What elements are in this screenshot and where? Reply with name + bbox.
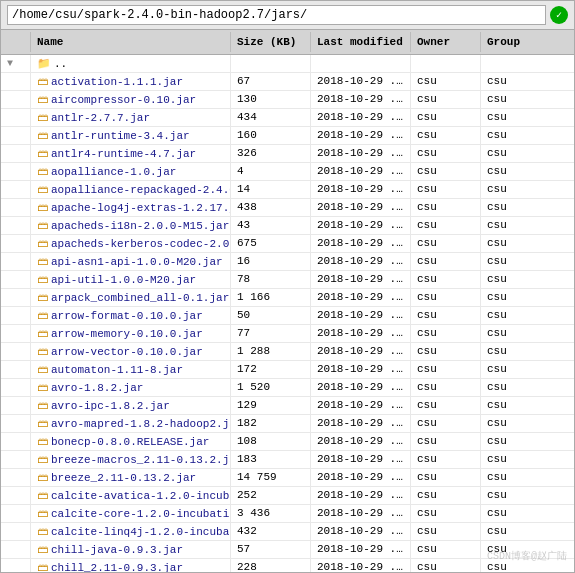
file-size: 14 759 <box>231 469 311 486</box>
table-header: Name Size (KB) Last modified Owner Group <box>1 30 574 55</box>
list-item[interactable]: 🗃breeze_2.11-0.13.2.jar14 7592018-10-29 … <box>1 469 574 487</box>
row-expand <box>1 235 31 252</box>
file-name[interactable]: 🗃calcite-linq4j-1.2.0-incubating... <box>31 523 231 540</box>
list-item[interactable]: 🗃bonecp-0.8.0.RELEASE.jar1082018-10-29 .… <box>1 433 574 451</box>
list-item[interactable]: 🗃api-util-1.0.0-M20.jar782018-10-29 ...c… <box>1 271 574 289</box>
list-item[interactable]: 🗃avro-mapred-1.8.2-hadoop2.jar1822018-10… <box>1 415 574 433</box>
file-size: 432 <box>231 523 311 540</box>
file-list[interactable]: ▼📁..🗃activation-1.1.1.jar672018-10-29 ..… <box>1 55 574 572</box>
file-name[interactable]: 🗃apacheds-i18n-2.0.0-M15.jar <box>31 217 231 234</box>
file-modified: 2018-10-29 ... <box>311 181 411 198</box>
file-name-label: breeze_2.11-0.13.2.jar <box>51 472 196 484</box>
list-item[interactable]: 🗃calcite-core-1.2.0-incubating.jar3 4362… <box>1 505 574 523</box>
file-group: csu <box>481 361 541 378</box>
jar-file-icon: 🗃 <box>37 111 48 124</box>
file-size: 43 <box>231 217 311 234</box>
list-item[interactable]: 🗃calcite-linq4j-1.2.0-incubating...43220… <box>1 523 574 541</box>
list-item[interactable]: 🗃antlr-runtime-3.4.jar1602018-10-29 ...c… <box>1 127 574 145</box>
list-item[interactable]: 🗃aircompressor-0.10.jar1302018-10-29 ...… <box>1 91 574 109</box>
file-size: 326 <box>231 145 311 162</box>
jar-file-icon: 🗃 <box>37 399 48 412</box>
col-size[interactable]: Size (KB) <box>231 32 311 52</box>
list-item[interactable]: 🗃avro-ipc-1.8.2.jar1292018-10-29 ...csuc… <box>1 397 574 415</box>
list-item[interactable]: 🗃breeze-macros_2.11-0.13.2.jar1832018-10… <box>1 451 574 469</box>
file-name[interactable]: 🗃avro-ipc-1.8.2.jar <box>31 397 231 414</box>
file-name[interactable]: 🗃arrow-memory-0.10.0.jar <box>31 325 231 342</box>
list-item[interactable]: 🗃aopalliance-1.0.jar42018-10-29 ...csucs… <box>1 163 574 181</box>
file-name[interactable]: 🗃calcite-avatica-1.2.0-incubati... <box>31 487 231 504</box>
list-item[interactable]: 🗃arrow-memory-0.10.0.jar772018-10-29 ...… <box>1 325 574 343</box>
file-owner: csu <box>411 91 481 108</box>
col-name[interactable]: Name <box>31 32 231 52</box>
col-modified[interactable]: Last modified <box>311 32 411 52</box>
list-item[interactable]: ▼📁.. <box>1 55 574 73</box>
row-expand <box>1 451 31 468</box>
list-item[interactable]: 🗃arrow-vector-0.10.0.jar1 2882018-10-29 … <box>1 343 574 361</box>
file-size: 57 <box>231 541 311 558</box>
list-item[interactable]: 🗃arpack_combined_all-0.1.jar1 1662018-10… <box>1 289 574 307</box>
file-group: csu <box>481 271 541 288</box>
list-item[interactable]: 🗃chill-java-0.9.3.jar572018-10-29 ...csu… <box>1 541 574 559</box>
jar-file-icon: 🗃 <box>37 237 48 250</box>
file-owner: csu <box>411 433 481 450</box>
file-name[interactable]: 🗃antlr4-runtime-4.7.jar <box>31 145 231 162</box>
list-item[interactable]: 🗃automaton-1.11-8.jar1722018-10-29 ...cs… <box>1 361 574 379</box>
file-group: csu <box>481 343 541 360</box>
jar-file-icon: 🗃 <box>37 129 48 142</box>
file-owner: csu <box>411 505 481 522</box>
file-name[interactable]: 🗃aopalliance-1.0.jar <box>31 163 231 180</box>
list-item[interactable]: 🗃apacheds-i18n-2.0.0-M15.jar432018-10-29… <box>1 217 574 235</box>
file-name[interactable]: 🗃aircompressor-0.10.jar <box>31 91 231 108</box>
row-expand <box>1 145 31 162</box>
list-item[interactable]: 🗃activation-1.1.1.jar672018-10-29 ...csu… <box>1 73 574 91</box>
jar-file-icon: 🗃 <box>37 525 48 538</box>
list-item[interactable]: 🗃chill_2.11-0.9.3.jar2282018-10-29 ...cs… <box>1 559 574 572</box>
file-name-label: aopalliance-repackaged-2.4.0... <box>51 184 231 196</box>
file-name[interactable]: 📁.. <box>31 55 231 72</box>
file-table-container: Name Size (KB) Last modified Owner Group… <box>1 30 574 572</box>
file-name-label: api-util-1.0.0-M20.jar <box>51 274 196 286</box>
file-name[interactable]: 🗃arrow-vector-0.10.0.jar <box>31 343 231 360</box>
address-path[interactable]: /home/csu/spark-2.4.0-bin-hadoop2.7/jars… <box>7 5 546 25</box>
file-name[interactable]: 🗃avro-1.8.2.jar <box>31 379 231 396</box>
list-item[interactable]: 🗃calcite-avatica-1.2.0-incubati...252201… <box>1 487 574 505</box>
file-name[interactable]: 🗃antlr-2.7.7.jar <box>31 109 231 126</box>
list-item[interactable]: 🗃avro-1.8.2.jar1 5202018-10-29 ...csucsu <box>1 379 574 397</box>
file-modified: 2018-10-29 ... <box>311 253 411 270</box>
file-name[interactable]: 🗃antlr-runtime-3.4.jar <box>31 127 231 144</box>
list-item[interactable]: 🗃aopalliance-repackaged-2.4.0...142018-1… <box>1 181 574 199</box>
file-owner: csu <box>411 109 481 126</box>
file-name[interactable]: 🗃automaton-1.11-8.jar <box>31 361 231 378</box>
file-name[interactable]: 🗃api-util-1.0.0-M20.jar <box>31 271 231 288</box>
file-name[interactable]: 🗃calcite-core-1.2.0-incubating.jar <box>31 505 231 522</box>
file-name[interactable]: 🗃aopalliance-repackaged-2.4.0... <box>31 181 231 198</box>
file-owner: csu <box>411 361 481 378</box>
file-name[interactable]: 🗃activation-1.1.1.jar <box>31 73 231 90</box>
col-owner[interactable]: Owner <box>411 32 481 52</box>
file-name-label: apacheds-i18n-2.0.0-M15.jar <box>51 220 229 232</box>
list-item[interactable]: 🗃api-asn1-api-1.0.0-M20.jar162018-10-29 … <box>1 253 574 271</box>
file-name[interactable]: 🗃chill-java-0.9.3.jar <box>31 541 231 558</box>
file-name[interactable]: 🗃arrow-format-0.10.0.jar <box>31 307 231 324</box>
file-name[interactable]: 🗃breeze-macros_2.11-0.13.2.jar <box>31 451 231 468</box>
file-name[interactable]: 🗃arpack_combined_all-0.1.jar <box>31 289 231 306</box>
file-name[interactable]: 🗃chill_2.11-0.9.3.jar <box>31 559 231 572</box>
file-name[interactable]: 🗃breeze_2.11-0.13.2.jar <box>31 469 231 486</box>
file-name-label: chill_2.11-0.9.3.jar <box>51 562 183 573</box>
file-name[interactable]: 🗃api-asn1-api-1.0.0-M20.jar <box>31 253 231 270</box>
list-item[interactable]: 🗃apacheds-kerberos-codec-2.0....6752018-… <box>1 235 574 253</box>
file-name[interactable]: 🗃bonecp-0.8.0.RELEASE.jar <box>31 433 231 450</box>
list-item[interactable]: 🗃arrow-format-0.10.0.jar502018-10-29 ...… <box>1 307 574 325</box>
list-item[interactable]: 🗃antlr-2.7.7.jar4342018-10-29 ...csucsu <box>1 109 574 127</box>
list-item[interactable]: 🗃apache-log4j-extras-1.2.17.jar4382018-1… <box>1 199 574 217</box>
file-name[interactable]: 🗃avro-mapred-1.8.2-hadoop2.jar <box>31 415 231 432</box>
jar-file-icon: 🗃 <box>37 219 48 232</box>
file-size: 1 166 <box>231 289 311 306</box>
col-group[interactable]: Group <box>481 32 541 52</box>
file-name[interactable]: 🗃apache-log4j-extras-1.2.17.jar <box>31 199 231 216</box>
list-item[interactable]: 🗃antlr4-runtime-4.7.jar3262018-10-29 ...… <box>1 145 574 163</box>
file-name[interactable]: 🗃apacheds-kerberos-codec-2.0.... <box>31 235 231 252</box>
file-modified: 2018-10-29 ... <box>311 541 411 558</box>
file-group: csu <box>481 505 541 522</box>
file-size: 14 <box>231 181 311 198</box>
